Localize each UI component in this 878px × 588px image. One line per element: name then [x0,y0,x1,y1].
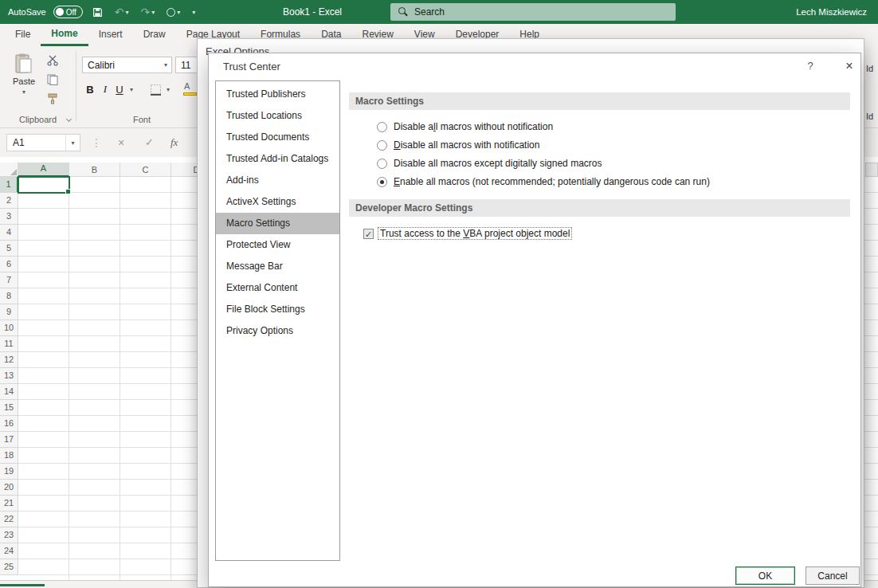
row-header[interactable]: 7 [0,272,18,288]
row-header[interactable]: 24 [0,543,18,559]
close-icon[interactable]: × [838,57,860,75]
nav-item-trusted-addin-catalogs[interactable]: Trusted Add-in Catalogs [216,148,339,170]
radio-enable-all-macros[interactable]: Enable all macros (not recommended; pote… [377,175,850,188]
row-header[interactable]: 8 [0,288,18,304]
formula-enter-icon[interactable]: ✓ [145,134,154,151]
trust-center-title: Trust Center [223,61,280,73]
cut-icon [47,55,58,66]
row-header[interactable]: 19 [0,464,18,480]
radio-selected-icon[interactable] [377,177,387,187]
row-header[interactable]: 23 [0,527,18,543]
radio-disable-except-signed[interactable]: Disable all macros except digitally sign… [377,157,850,170]
row-header[interactable]: 16 [0,416,18,432]
underline-dropdown-icon[interactable]: ▾ [127,80,136,98]
borders-button[interactable] [148,80,163,98]
row-header-column: 1234567891011121314151617181920212223242… [0,177,18,575]
redo-dropdown-icon[interactable]: ▾ [151,9,155,16]
cancel-button[interactable]: Cancel [805,566,860,585]
radio-icon[interactable] [377,140,387,151]
nav-item-message-bar[interactable]: Message Bar [216,256,339,277]
autosave-toggle[interactable]: Off [53,6,83,18]
row-header[interactable]: 2 [0,193,18,209]
row-header[interactable]: 20 [0,480,18,496]
row-header[interactable]: 11 [0,336,18,352]
trust-center-content: Macro Settings Disable all macros withou… [349,80,850,240]
row-header[interactable]: 22 [0,512,18,527]
font-name-dropdown-icon[interactable]: ▾ [164,61,167,69]
insert-function-icon[interactable]: fx [171,134,178,151]
paste-dropdown-icon[interactable]: ▾ [22,88,25,96]
column-header[interactable]: A [18,163,69,177]
tab-home[interactable]: Home [41,24,88,46]
nav-item-protected-view[interactable]: Protected View [216,234,339,256]
radio-icon[interactable] [377,159,387,169]
cut-button[interactable] [45,53,61,69]
search-input[interactable]: Search [390,3,676,21]
row-header[interactable]: 6 [0,257,18,272]
name-box-dropdown-icon[interactable]: ▾ [65,135,80,151]
touch-mode-dropdown-icon[interactable]: ▾ [177,9,180,16]
row-header[interactable]: 15 [0,400,18,416]
paste-button[interactable]: Paste ▾ [6,50,42,114]
column-header[interactable]: B [69,163,120,177]
radio-disable-with-notification[interactable]: Disable all macros with notification [377,139,850,151]
customize-qat-button[interactable]: ▾ [190,3,198,21]
select-all-corner[interactable] [0,163,18,177]
row-header[interactable]: 5 [0,241,18,257]
nav-item-trusted-publishers[interactable]: Trusted Publishers [216,84,339,105]
nav-item-file-block-settings[interactable]: File Block Settings [216,299,339,320]
search-icon [398,7,408,17]
selected-cell-a1[interactable] [18,176,70,194]
nav-item-trusted-locations[interactable]: Trusted Locations [216,105,339,127]
bold-button[interactable]: B [83,80,97,98]
nav-item-trusted-documents[interactable]: Trusted Documents [216,127,339,148]
tab-draw[interactable]: Draw [133,24,176,46]
row-header[interactable]: 18 [0,448,18,464]
checkbox-checked-icon[interactable]: ✓ [363,229,374,239]
undo-button[interactable]: ↶ ▾ [112,3,131,21]
nav-item-external-content[interactable]: External Content [216,277,339,299]
undo-dropdown-icon[interactable]: ▾ [125,9,128,16]
radio-disable-no-notification[interactable]: Disable all macros without notification [377,120,850,133]
row-header[interactable]: 10 [0,320,18,336]
nav-item-add-ins[interactable]: Add-ins [216,170,339,191]
nav-item-activex-settings[interactable]: ActiveX Settings [216,191,339,213]
row-header[interactable]: 12 [0,352,18,368]
tab-insert[interactable]: Insert [88,24,133,46]
checkbox-trust-vba-access[interactable]: ✓ Trust access to the VBA project object… [363,227,850,240]
row-header[interactable]: 3 [0,209,18,225]
row-header[interactable]: 21 [0,496,18,512]
underline-button[interactable]: U [113,80,126,98]
row-header[interactable]: 17 [0,432,18,448]
italic-button[interactable]: I [99,80,112,98]
row-header[interactable]: 4 [0,225,18,241]
save-button[interactable] [90,3,105,21]
row-header[interactable]: 14 [0,384,18,400]
font-name-combobox[interactable]: Calibri ▾ [82,57,172,73]
nav-item-macro-settings[interactable]: Macro Settings [216,213,339,234]
row-header[interactable]: 9 [0,304,18,320]
tab-file[interactable]: File [5,24,41,46]
group-separator [76,51,76,121]
fill-color-icon[interactable]: A [184,81,190,91]
font-name-value: Calibri [88,60,115,71]
name-box[interactable]: A1 ▾ [6,134,80,151]
account-name[interactable]: Lech Miszkiewicz [796,0,867,24]
row-header[interactable]: 13 [0,368,18,384]
touch-mode-button[interactable]: ▾ [164,3,182,21]
redo-button[interactable]: ↷ ▾ [138,3,157,21]
copy-button[interactable] [45,72,61,88]
fill-color-bar-icon[interactable] [183,92,197,96]
nav-item-privacy-options[interactable]: Privacy Options [216,320,339,342]
row-header[interactable]: 25 [0,559,18,575]
column-header[interactable]: C [120,163,171,177]
help-button[interactable]: ? [800,57,821,75]
borders-dropdown-icon[interactable]: ▾ [163,80,173,98]
row-header[interactable]: 1 [0,177,18,193]
ok-button[interactable]: OK [735,566,795,585]
radio-icon[interactable] [377,122,387,132]
formula-cancel-icon[interactable]: × [118,134,124,151]
format-painter-button[interactable] [45,91,61,107]
formula-bar-separator-icon: ⋮ [91,134,102,151]
font-size-value: 11 [181,60,190,71]
